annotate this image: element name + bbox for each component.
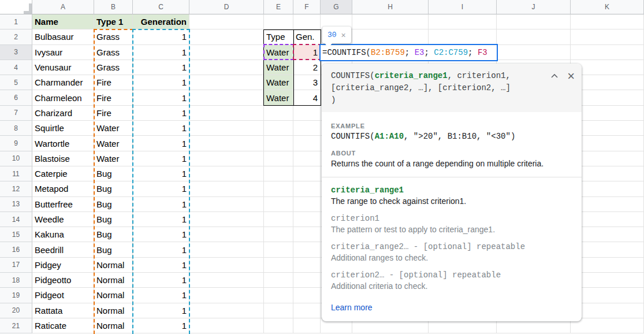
- row-header-12[interactable]: 12: [0, 181, 32, 196]
- column-header-j[interactable]: J: [497, 0, 571, 14]
- cell[interactable]: [189, 258, 264, 273]
- row-header-13[interactable]: 13: [0, 197, 32, 212]
- cell[interactable]: Wartortle: [32, 136, 94, 151]
- cell[interactable]: [571, 136, 644, 151]
- row-header-17[interactable]: 17: [0, 258, 32, 273]
- close-icon[interactable]: ×: [567, 70, 575, 83]
- cell[interactable]: Grass: [94, 60, 133, 75]
- cell[interactable]: Water: [264, 60, 293, 75]
- cell[interactable]: Normal: [94, 273, 133, 288]
- cell[interactable]: [293, 197, 321, 212]
- cell[interactable]: [264, 212, 293, 227]
- cell[interactable]: [189, 242, 264, 257]
- cell[interactable]: Fire: [94, 90, 133, 105]
- cell[interactable]: Bug: [94, 197, 133, 212]
- row-header-7[interactable]: 7: [0, 106, 32, 121]
- formula-cell-editor[interactable]: =COUNTIFS(B2:B759; E3; C2:C759; F3: [319, 44, 498, 61]
- cell[interactable]: [189, 14, 264, 29]
- cell[interactable]: [571, 181, 644, 196]
- cell[interactable]: [189, 60, 264, 75]
- cell[interactable]: [264, 242, 293, 257]
- cell[interactable]: [293, 242, 321, 257]
- cell[interactable]: [571, 273, 644, 288]
- cell[interactable]: Bug: [94, 181, 133, 196]
- cell[interactable]: Water: [94, 151, 133, 166]
- row-header-2[interactable]: 2: [0, 29, 32, 44]
- row-header-21[interactable]: 21: [0, 318, 32, 333]
- cell[interactable]: 1: [133, 121, 189, 136]
- cell[interactable]: [293, 212, 321, 227]
- cell[interactable]: [264, 258, 293, 273]
- cell[interactable]: Normal: [94, 258, 133, 273]
- cell[interactable]: Type 1: [94, 14, 133, 29]
- row-header-20[interactable]: 20: [0, 303, 32, 318]
- cell[interactable]: [429, 14, 497, 29]
- cell[interactable]: Type: [264, 29, 293, 44]
- cell[interactable]: Normal: [94, 318, 133, 333]
- cell[interactable]: [264, 227, 293, 242]
- row-header-1[interactable]: 1: [0, 14, 32, 29]
- cell[interactable]: [571, 242, 644, 257]
- cell[interactable]: Pidgeot: [32, 288, 94, 303]
- cell[interactable]: Generation: [133, 14, 189, 29]
- cell[interactable]: [189, 273, 264, 288]
- cell[interactable]: [189, 121, 264, 136]
- cell[interactable]: Bug: [94, 166, 133, 181]
- cell[interactable]: [293, 121, 321, 136]
- cell[interactable]: [189, 227, 264, 242]
- cell[interactable]: [293, 303, 321, 318]
- cell[interactable]: Beedrill: [32, 242, 94, 257]
- cell[interactable]: Weedle: [32, 212, 94, 227]
- cell[interactable]: [571, 90, 644, 105]
- cell[interactable]: [571, 45, 644, 60]
- cell[interactable]: Metapod: [32, 181, 94, 196]
- cell[interactable]: 1: [133, 90, 189, 105]
- cell[interactable]: Normal: [94, 303, 133, 318]
- row-header-3[interactable]: 3: [0, 45, 32, 60]
- row-header-6[interactable]: 6: [0, 90, 32, 105]
- cell[interactable]: [293, 258, 321, 273]
- cell[interactable]: Water: [94, 121, 133, 136]
- cell[interactable]: [189, 303, 264, 318]
- cell[interactable]: [571, 258, 644, 273]
- column-header-b[interactable]: B: [94, 0, 133, 14]
- cell[interactable]: [293, 227, 321, 242]
- cell[interactable]: [264, 303, 293, 318]
- cell[interactable]: 1: [133, 166, 189, 181]
- row-header-5[interactable]: 5: [0, 75, 32, 90]
- cell[interactable]: [571, 75, 644, 90]
- column-header-i[interactable]: I: [429, 0, 497, 14]
- cell[interactable]: [189, 106, 264, 121]
- cell[interactable]: 1: [133, 227, 189, 242]
- cell[interactable]: [293, 151, 321, 166]
- cell[interactable]: [293, 166, 321, 181]
- cell[interactable]: [497, 45, 571, 60]
- cell[interactable]: [571, 197, 644, 212]
- column-header-e[interactable]: E: [264, 0, 293, 14]
- cell[interactable]: Normal: [94, 288, 133, 303]
- cell[interactable]: [571, 318, 644, 333]
- cell[interactable]: Charizard: [32, 106, 94, 121]
- cell[interactable]: Name: [32, 14, 94, 29]
- cell[interactable]: Pidgey: [32, 258, 94, 273]
- cell[interactable]: [571, 227, 644, 242]
- cell[interactable]: Water: [264, 90, 293, 105]
- column-header-h[interactable]: H: [352, 0, 429, 14]
- cell[interactable]: 1: [133, 75, 189, 90]
- row-header-8[interactable]: 8: [0, 121, 32, 136]
- column-header-a[interactable]: A: [32, 0, 94, 14]
- cell[interactable]: Raticate: [32, 318, 94, 333]
- cell[interactable]: [352, 14, 429, 29]
- cell[interactable]: [189, 212, 264, 227]
- cell[interactable]: Fire: [94, 75, 133, 90]
- cell[interactable]: Squirtle: [32, 121, 94, 136]
- cell[interactable]: Charmeleon: [32, 90, 94, 105]
- cell[interactable]: 1: [133, 60, 189, 75]
- cell[interactable]: [264, 136, 293, 151]
- cell[interactable]: Water: [264, 75, 293, 90]
- cell[interactable]: Butterfree: [32, 197, 94, 212]
- cell[interactable]: [293, 14, 321, 29]
- cell[interactable]: Grass: [94, 45, 133, 60]
- chevron-up-icon[interactable]: [550, 72, 559, 81]
- cell[interactable]: Rattata: [32, 303, 94, 318]
